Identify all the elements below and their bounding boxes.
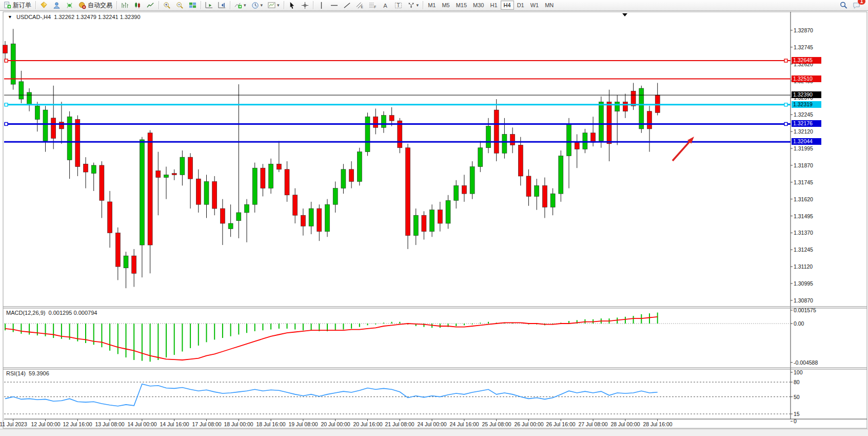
time-axis-label: 28 Jul 16:00	[637, 421, 678, 427]
bar-chart-button[interactable]	[119, 0, 131, 10]
template-icon	[268, 2, 275, 9]
text-label-icon: T	[394, 2, 402, 9]
rsi-axis-label: 50	[794, 394, 800, 400]
macd-axis-label: -0.004588	[794, 359, 818, 366]
price-level-badge: 1.32176	[792, 120, 821, 127]
text-label-tool-button[interactable]: T	[392, 0, 405, 10]
zoom-in-button[interactable]	[161, 0, 173, 10]
timeframe-button-MN[interactable]: MN	[542, 1, 557, 10]
chart-window[interactable]: ▼ USDCAD-,H4 1.32262 1.32479 1.32241 1.3…	[0, 11, 868, 428]
auto-scroll-icon	[205, 2, 213, 9]
new-order-label: 新订单	[13, 1, 31, 10]
divider	[116, 1, 117, 9]
timeframe-button-H4[interactable]: H4	[501, 1, 514, 10]
channel-tool-button[interactable]: E	[353, 0, 366, 10]
price-axis-label: 1.32245	[794, 111, 813, 118]
timeframe-button-M15[interactable]: M15	[453, 1, 470, 10]
auto-trading-icon	[78, 2, 86, 9]
community-chat-button[interactable]: 1	[850, 0, 863, 10]
hline-tool-button[interactable]	[328, 0, 341, 10]
rsi-current-value: 59.3906	[29, 370, 49, 376]
fibonacci-icon: F	[369, 2, 377, 9]
arrows-tool-button[interactable]: ▾	[405, 0, 422, 10]
svg-text:F: F	[374, 5, 376, 9]
divider	[230, 1, 230, 9]
price-axis-label: 1.31870	[794, 162, 813, 168]
rsi-axis-label: 100	[794, 369, 803, 375]
navigator-button[interactable]	[50, 0, 63, 10]
data-window-button[interactable]	[37, 0, 50, 10]
chart-shift-button[interactable]	[215, 0, 228, 10]
auto-scroll-button[interactable]	[203, 0, 215, 10]
collapse-triangle-icon[interactable]: ▼	[8, 14, 12, 20]
timeframe-button-D1[interactable]: D1	[514, 1, 527, 10]
timeframe-button-M1[interactable]: M1	[425, 1, 439, 10]
price-axis-label: 1.31745	[794, 179, 813, 185]
price-axis-label: 1.32745	[794, 44, 813, 50]
price-axis-label: 1.31120	[794, 263, 813, 270]
templates-button[interactable]: ▾	[265, 0, 282, 10]
candlestick-icon	[134, 2, 142, 9]
timeframe-bar: M1M5M15M30H1H4D1W1MN	[425, 1, 557, 10]
price-axis-label: 1.30870	[794, 297, 813, 304]
tile-windows-button[interactable]	[186, 0, 199, 10]
fibonacci-tool-button[interactable]: F	[366, 0, 379, 10]
price-level-badge: 1.32390	[792, 91, 821, 98]
timeframe-button-W1[interactable]: W1	[527, 1, 542, 10]
periods-button[interactable]: ▾	[249, 0, 266, 10]
macd-current-values: 0.001295 0.000794	[49, 310, 97, 316]
text-tool-button[interactable]: A	[379, 0, 392, 10]
horizontal-line-icon	[330, 2, 338, 9]
cursor-tool-button[interactable]	[286, 0, 299, 10]
price-level-badge: 1.32044	[792, 138, 821, 145]
candlestick-button[interactable]	[131, 0, 144, 10]
chart-canvas[interactable]	[0, 11, 868, 436]
chart-shift-icon	[218, 2, 226, 9]
svg-text:A: A	[383, 2, 387, 8]
price-axis-label: 1.32120	[794, 128, 813, 135]
vertical-line-icon	[318, 2, 325, 9]
zoom-in-icon	[163, 2, 171, 9]
indicators-button[interactable]: ▾	[232, 0, 249, 10]
macd-axis-label: 0.001575	[794, 307, 816, 313]
new-order-button[interactable]: 新订单	[1, 0, 34, 10]
price-axis-label: 1.31995	[794, 145, 813, 151]
divider	[423, 1, 423, 9]
arrow-objects-icon	[407, 2, 415, 9]
crosshair-icon	[301, 2, 309, 9]
timeframe-button-M5[interactable]: M5	[439, 1, 452, 10]
rsi-axis-label: 15	[794, 411, 800, 417]
timeframe-button-H1[interactable]: H1	[487, 1, 501, 10]
trendline-icon	[343, 2, 351, 9]
svg-text:T: T	[397, 3, 400, 8]
signal-icon	[66, 2, 73, 9]
chart-title: ▼ USDCAD-,H4 1.32262 1.32479 1.32241 1.3…	[7, 14, 141, 20]
zoom-out-icon	[176, 2, 184, 9]
cursor-icon	[288, 2, 296, 9]
price-axis-label: 1.31370	[794, 230, 813, 236]
macd-name: MACD(12,26,9)	[6, 310, 45, 316]
divider	[35, 1, 36, 9]
rsi-name: RSI(14)	[6, 370, 26, 376]
toolbar: 新订单 自动交易 ▾ ▾ ▾ E F A T ▾ M1M5M15M30H1H4D…	[0, 0, 868, 11]
price-axis-label: 1.30995	[794, 280, 813, 287]
price-level-badge: 1.32319	[792, 101, 821, 108]
timeframe-button-M30[interactable]: M30	[470, 1, 487, 10]
search-button[interactable]	[837, 0, 850, 10]
indicators-icon	[234, 2, 242, 9]
crosshair-tool-button[interactable]	[299, 0, 311, 10]
price-level-badge: 1.32510	[792, 75, 821, 82]
auto-trading-button[interactable]: 自动交易	[76, 0, 115, 10]
data-window-icon	[40, 2, 48, 9]
bottom-strip	[0, 429, 868, 436]
zoom-out-button[interactable]	[173, 0, 186, 10]
line-chart-button[interactable]	[144, 0, 157, 10]
chart-ohlc-values: 1.32262 1.32479 1.32241 1.32390	[54, 14, 140, 20]
terminal-button[interactable]	[63, 0, 76, 10]
new-order-icon	[4, 2, 11, 9]
price-axis-label: 1.31620	[794, 196, 813, 202]
unread-count-badge: 1	[858, 0, 865, 5]
trendline-tool-button[interactable]	[341, 0, 353, 10]
divider	[284, 1, 284, 9]
vline-tool-button[interactable]	[315, 0, 328, 10]
